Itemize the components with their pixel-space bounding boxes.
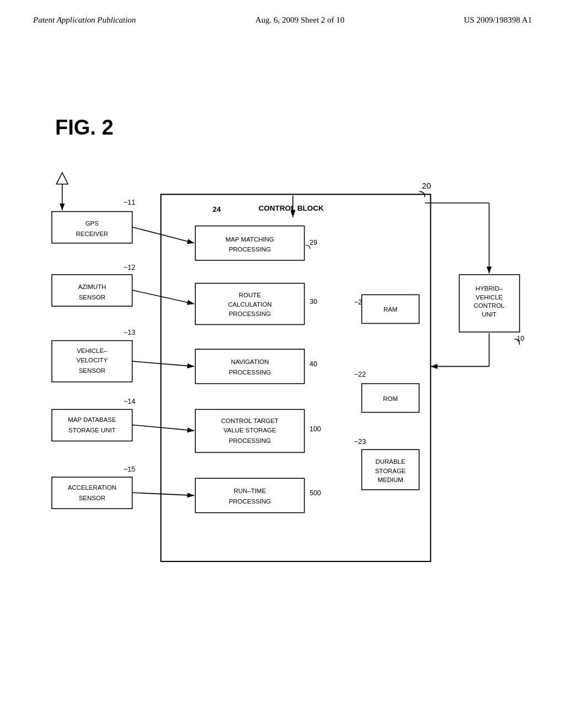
navigation-box — [195, 349, 305, 383]
navigation-label1: NAVIGATION — [231, 358, 269, 365]
velocity-label3: SENSOR — [79, 367, 105, 374]
map-matching-label1: MAP MATCHING — [226, 236, 274, 243]
ref-30: 30 — [310, 298, 317, 306]
header-patent-number: US 2009/198398 A1 — [464, 15, 532, 25]
control-target-label2: VALUE STORAGE — [223, 427, 276, 433]
ref-15: ~15 — [124, 465, 135, 473]
velocity-label2: VELOCITY — [77, 357, 108, 363]
gps-label2: RECEIVER — [76, 231, 108, 237]
ram-label: RAM — [383, 306, 397, 313]
figure-label: FIG. 2 — [55, 116, 114, 140]
ref-500: 500 — [310, 489, 321, 497]
header-publication: Patent Application Publication — [33, 15, 136, 25]
azimuth-box — [52, 275, 132, 306]
route-calc-label2: CALCULATION — [228, 301, 271, 308]
antenna-symbol — [56, 173, 68, 184]
arrow-velocity — [132, 361, 194, 366]
unit-ref-10: 10 — [516, 335, 524, 342]
ref-12: ~12 — [124, 264, 135, 271]
control-target-label3: PROCESSING — [229, 437, 271, 444]
accel-label2: SENSOR — [79, 495, 105, 501]
arrow-azimuth — [132, 290, 194, 304]
route-calc-label3: PROCESSING — [229, 311, 271, 317]
runtime-label2: PROCESSING — [229, 498, 271, 505]
header-date-sheet: Aug. 6, 2009 Sheet 2 of 10 — [255, 15, 345, 25]
ref-11: ~11 — [124, 199, 135, 206]
accel-box — [52, 477, 132, 508]
arrow-gps — [132, 227, 194, 243]
route-calc-label1: ROUTE — [239, 292, 261, 298]
durable-storage-label1: DURABLE — [376, 458, 406, 465]
control-block-label: 24 — [212, 205, 221, 213]
page-header: Patent Application Publication Aug. 6, 2… — [0, 0, 565, 30]
ref-100: 100 — [310, 425, 321, 433]
hybrid-vehicle-label2: VEHICLE — [476, 294, 503, 301]
mapdb-label2: STORAGE UNIT — [68, 427, 116, 433]
ref-29: 29 — [310, 239, 317, 247]
ref-40: 40 — [310, 360, 317, 368]
gps-label1: GPS — [86, 220, 99, 227]
gps-box — [52, 212, 132, 243]
accel-label1: ACCELERATION — [68, 484, 116, 491]
ref-23: ~23 — [354, 438, 366, 446]
control-block-text: CONTROL BLOCK — [258, 204, 324, 212]
runtime-box — [195, 478, 305, 512]
system-label: 20 — [422, 181, 431, 190]
hybrid-vehicle-label3: CONTROL — [474, 302, 505, 309]
velocity-label1: VEHICLE– — [77, 347, 108, 354]
diagram: 20 HYBRID– VEHICLE CONTROL UNIT 10 24 CO… — [33, 160, 530, 590]
hybrid-vehicle-label4: UNIT — [482, 311, 497, 318]
arrow-mapdb — [132, 425, 194, 430]
hybrid-vehicle-label: HYBRID– — [476, 285, 503, 292]
arrow-accel — [132, 493, 194, 495]
ref-14: ~14 — [124, 398, 135, 405]
navigation-label2: PROCESSING — [229, 369, 271, 376]
control-target-label1: CONTROL TARGET — [221, 417, 279, 424]
ref-22: ~22 — [354, 371, 366, 378]
durable-storage-label3: MEDIUM — [377, 477, 403, 483]
map-matching-label2: PROCESSING — [229, 246, 271, 253]
azimuth-label1: AZIMUTH — [78, 283, 106, 290]
mapdb-box — [52, 409, 132, 441]
mapdb-label1: MAP DATABASE — [68, 416, 116, 423]
map-matching-box — [195, 226, 305, 260]
durable-storage-label2: STORAGE — [375, 468, 406, 474]
runtime-label1: RUN–TIME — [234, 488, 266, 494]
rom-label: ROM — [383, 395, 398, 402]
azimuth-label2: SENSOR — [79, 294, 105, 301]
ref-13: ~13 — [124, 329, 135, 336]
